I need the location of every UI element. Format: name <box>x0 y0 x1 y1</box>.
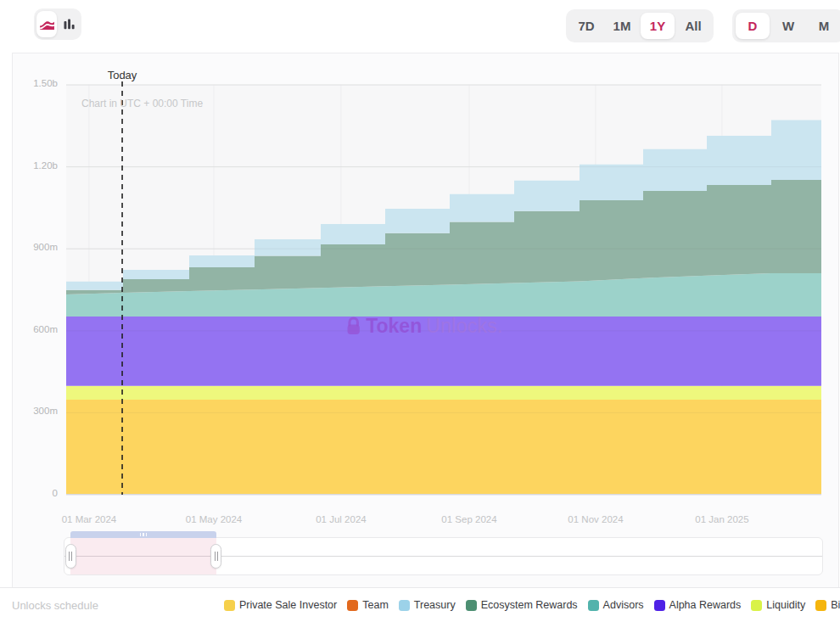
tokenunlocks-page: 7D 1M 1Y All D W M Today Chart in UTC + … <box>0 0 840 622</box>
legend-item-private-sale-investor[interactable]: Private Sale Investor <box>224 599 337 611</box>
legend-item-advisors[interactable]: Advisors <box>588 599 644 611</box>
granularity-button-m[interactable]: M <box>807 13 840 39</box>
brush-selection[interactable] <box>70 538 216 574</box>
range-button-1y[interactable]: 1Y <box>641 13 675 39</box>
legend-items: Private Sale InvestorTeamTreasuryEcosyst… <box>224 599 840 611</box>
y-axis-tick-label: 0 <box>15 488 58 498</box>
legend-title: Unlocks schedule <box>12 599 98 612</box>
utc-timezone-note: Chart in UTC + 00:00 Time <box>81 98 203 109</box>
advisors-swatch <box>588 600 599 611</box>
legend-label: Team <box>362 599 389 611</box>
legend-item-binance-launchpool[interactable]: Binance Launchpool <box>815 599 840 611</box>
today-label: Today <box>108 69 137 81</box>
y-axis-tick-label: 600m <box>15 324 58 334</box>
area-chart-icon <box>39 18 55 31</box>
y-axis-tick-label: 900m <box>15 242 58 252</box>
y-axis-tick-label: 1.20b <box>15 160 58 171</box>
brush-track[interactable] <box>64 537 823 575</box>
granularity-button-w[interactable]: W <box>771 13 805 39</box>
x-axis-tick-label: 01 Jan 2025 <box>684 514 760 524</box>
x-axis-tick-label: 01 May 2024 <box>176 514 252 524</box>
bar-chart-button[interactable] <box>59 11 79 37</box>
range-button-7d[interactable]: 7D <box>569 13 603 39</box>
legend-item-treasury[interactable]: Treasury <box>399 599 456 611</box>
legend-item-liquidity[interactable]: Liquidity <box>751 599 805 611</box>
x-axis-tick-label: 01 Jul 2024 <box>303 514 379 524</box>
range-button-1m[interactable]: 1M <box>605 13 639 39</box>
legend-label: Ecosystem Rewards <box>481 599 578 611</box>
y-axis-tick-label: 1.50b <box>15 78 58 88</box>
range-button-all[interactable]: All <box>676 13 710 39</box>
x-axis-tick-label: 01 Sep 2024 <box>431 514 507 524</box>
alpha-rewards-swatch <box>654 600 665 611</box>
legend-item-alpha-rewards[interactable]: Alpha Rewards <box>654 599 742 611</box>
legend-label: Alpha Rewards <box>669 599 742 611</box>
area-chart-button[interactable] <box>36 11 57 37</box>
bar-chart-icon <box>63 18 76 31</box>
legend-label: Treasury <box>414 599 456 611</box>
legend-item-team[interactable]: Team <box>347 599 389 611</box>
treasury-swatch <box>399 600 410 611</box>
ecosystem-rewards-swatch <box>466 600 477 611</box>
legend-label: Binance Launchpool <box>831 599 840 611</box>
y-axis-tick-label: 300m <box>15 406 58 416</box>
x-axis-tick-label: 01 Nov 2024 <box>557 514 634 524</box>
chart-type-toggle <box>34 8 81 40</box>
brush-top-drag-handle[interactable] <box>70 531 216 538</box>
granularity-button-d[interactable]: D <box>736 13 770 39</box>
granularity-group: D W M <box>732 9 840 42</box>
brush-handle-left[interactable] <box>65 544 76 569</box>
x-axis-tick-label: 01 Mar 2024 <box>51 514 127 524</box>
legend-label: Advisors <box>603 599 644 611</box>
legend-label: Liquidity <box>766 599 805 611</box>
legend-bar: Unlocks schedule Private Sale InvestorTe… <box>0 587 840 622</box>
legend-item-ecosystem-rewards[interactable]: Ecosystem Rewards <box>466 599 578 611</box>
time-range-group: 7D 1M 1Y All <box>566 9 714 42</box>
unlock-schedule-chart[interactable] <box>66 85 821 495</box>
team-swatch <box>347 600 358 611</box>
liquidity-swatch <box>751 600 762 611</box>
private-sale-investor-swatch <box>224 600 235 611</box>
brush-handle-right[interactable] <box>210 544 221 569</box>
binance-launchpool-swatch <box>815 600 826 611</box>
legend-label: Private Sale Investor <box>239 599 337 611</box>
